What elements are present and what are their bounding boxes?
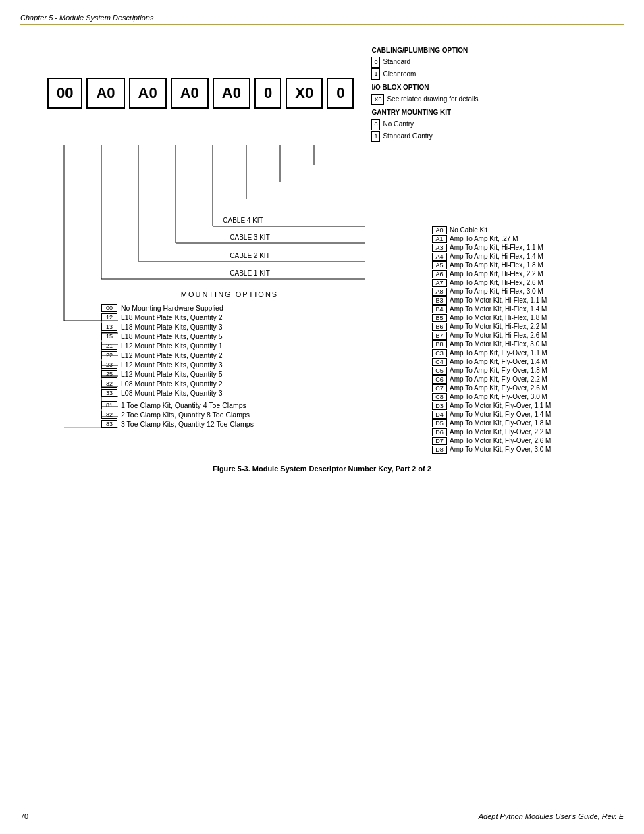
gantry-code-1: 1 — [371, 131, 380, 142]
code-box-7: X0 — [286, 78, 323, 109]
mounting-row-32: 32 L08 Mount Plate Kits, Quantity 2 — [101, 380, 385, 388]
cable-text: Amp To Motor Kit, Hi-Flex, 1.8 M — [450, 314, 547, 321]
cable-text: No Cable Kit — [450, 226, 487, 234]
footer-text: Adept Python Modules User's Guide, Rev. … — [479, 812, 624, 820]
cable-code: C3 — [432, 349, 447, 357]
cable3-label: CABLE 3 KIT — [230, 234, 269, 241]
cabling-title: CABLING/PLUMBING OPTION — [371, 45, 478, 56]
cable-text: Amp To Amp Kit, Hi-Flex, 1.4 M — [450, 253, 543, 260]
cable-code: D8 — [432, 446, 447, 454]
page: Chapter 5 - Module System Descriptions 0… — [0, 0, 644, 834]
cable-kit-row: C3Amp To Amp Kit, Fly-Over, 1.1 M — [432, 349, 551, 357]
code-box-3: A0 — [129, 78, 167, 109]
mounting-row-13: 13 L18 Mount Plate Kits, Quantity 3 — [101, 323, 385, 331]
mounting-row-23: 23 L12 Mount Plate Kits, Quantity 3 — [101, 361, 385, 369]
cable-code: C7 — [432, 384, 447, 392]
io-text-x0: See related drawing for details — [387, 94, 478, 105]
mounting-row-21: 21 L12 Mount Plate Kits, Quantity 1 — [101, 342, 385, 350]
io-code-x0: X0 — [371, 94, 384, 105]
cable1-label: CABLE 1 KIT — [230, 269, 269, 277]
cable-kit-row: A1Amp To Amp Kit, .27 M — [432, 235, 551, 243]
cable-code: C8 — [432, 393, 447, 401]
cable-text: Amp To Motor Kit, Hi-Flex, 2.2 M — [450, 323, 547, 330]
code-box-8: 0 — [327, 78, 354, 109]
cabling-code-1: 1 — [371, 68, 380, 79]
cable-kit-row: A7Amp To Amp Kit, Hi-Flex, 2.6 M — [432, 279, 551, 287]
cable-kit-row: C4Amp To Amp Kit, Fly-Over, 1.4 M — [432, 358, 551, 366]
mounting-row-12: 12 L18 Mount Plate Kits, Quantity 2 — [101, 313, 385, 321]
mounting-title-svg: MOUNTING OPTIONS — [181, 290, 278, 298]
cable-text: Amp To Amp Kit, Hi-Flex, 2.6 M — [450, 279, 543, 286]
cable-code: B6 — [432, 323, 447, 331]
cable-code: B8 — [432, 340, 447, 348]
cable-code: B7 — [432, 332, 447, 340]
cable-kit-row: D4Amp To Motor Kit, Fly-Over, 1.4 M — [432, 411, 551, 419]
cable-kit-row: C8Amp To Amp Kit, Fly-Over, 3.0 M — [432, 393, 551, 401]
cable-text: Amp To Amp Kit, Hi-Flex, 3.0 M — [450, 288, 543, 295]
cable-code: A1 — [432, 235, 447, 243]
cable-kit-row: B7Amp To Motor Kit, Hi-Flex, 2.6 M — [432, 332, 551, 340]
cable-kit-row: D8Amp To Motor Kit, Fly-Over, 3.0 M — [432, 446, 551, 454]
code-box-2: A0 — [86, 78, 124, 109]
cable-kit-row: A0No Cable Kit — [432, 226, 551, 234]
cable-code: B3 — [432, 296, 447, 305]
gantry-code-0: 0 — [371, 119, 380, 130]
cable-code: A6 — [432, 270, 447, 278]
cable-kit-row: B5Amp To Motor Kit, Hi-Flex, 1.8 M — [432, 314, 551, 322]
page-footer: 70 Adept Python Modules User's Guide, Re… — [20, 812, 624, 820]
cable-text: Amp To Motor Kit, Fly-Over, 3.0 M — [450, 446, 551, 453]
cable-text: Amp To Motor Kit, Fly-Over, 1.4 M — [450, 411, 551, 418]
cable-kit-row: B3Amp To Motor Kit, Hi-Flex, 1.1 M — [432, 296, 551, 305]
cable-text: Amp To Motor Kit, Hi-Flex, 1.1 M — [450, 296, 547, 304]
cable-kit-row: B4Amp To Motor Kit, Hi-Flex, 1.4 M — [432, 305, 551, 313]
cable-text: Amp To Motor Kit, Fly-Over, 2.2 M — [450, 428, 551, 436]
io-blox-title: I/O BLOX OPTION — [371, 82, 478, 93]
cable-kit-row: A8Amp To Amp Kit, Hi-Flex, 3.0 M — [432, 288, 551, 296]
mounting-row-82: 82 2 Toe Clamp Kits, Quantity 8 Toe Clam… — [101, 411, 385, 419]
code-boxes: 00 A0 A0 A0 A0 0 X0 0 CABLING/PLUMBING O… — [47, 45, 610, 142]
cabling-text-1: Cleanroom — [383, 69, 416, 80]
cable-code: C4 — [432, 358, 447, 366]
cable-code: A7 — [432, 279, 447, 287]
cable-code: A8 — [432, 288, 447, 296]
cable-code: B4 — [432, 305, 447, 313]
cabling-text-0: Standard — [383, 57, 410, 68]
cable-text: Amp To Motor Kit, Hi-Flex, 3.0 M — [450, 340, 547, 348]
code-box-6: 0 — [254, 78, 281, 109]
figure-caption: Figure 5-3. Module System Descriptor Num… — [34, 465, 610, 473]
cable-kit-row: D5Amp To Motor Kit, Fly-Over, 1.8 M — [432, 419, 551, 427]
mounting-row-22: 22 L12 Mount Plate Kits, Quantity 2 — [101, 351, 385, 359]
cable-text: Amp To Amp Kit, Fly-Over, 1.1 M — [450, 349, 547, 357]
cable-kit-row: C6Amp To Amp Kit, Fly-Over, 2.2 M — [432, 375, 551, 384]
mounting-row-83: 83 3 Toe Clamp Kits, Quantity 12 Toe Cla… — [101, 420, 385, 428]
cable-code: D5 — [432, 419, 447, 427]
cable-text: Amp To Amp Kit, Fly-Over, 2.6 M — [450, 384, 547, 392]
cable-code: C6 — [432, 375, 447, 384]
cable-kit-row: D3Amp To Motor Kit, Fly-Over, 1.1 M — [432, 402, 551, 410]
cable-text: Amp To Motor Kit, Fly-Over, 2.6 M — [450, 437, 551, 444]
cable-kit-row: C5Amp To Amp Kit, Fly-Over, 1.8 M — [432, 367, 551, 375]
cable-kit-row: C7Amp To Amp Kit, Fly-Over, 2.6 M — [432, 384, 551, 392]
cable-kit-row: B6Amp To Motor Kit, Hi-Flex, 2.2 M — [432, 323, 551, 331]
code-box-1: 00 — [47, 78, 82, 109]
cable-text: Amp To Amp Kit, .27 M — [450, 235, 518, 242]
mounting-row-33: 33 L08 Mount Plate Kits, Quantity 3 — [101, 389, 385, 397]
cable-kit-row: A3Amp To Amp Kit, Hi-Flex, 1.1 M — [432, 244, 551, 252]
cable-kit-row: B8Amp To Motor Kit, Hi-Flex, 3.0 M — [432, 340, 551, 348]
cable-text: Amp To Motor Kit, Hi-Flex, 2.6 M — [450, 332, 547, 339]
mounting-row-00: 00 No Mounting Hardware Supplied — [101, 304, 385, 312]
cable-text: Amp To Amp Kit, Fly-Over, 1.4 M — [450, 358, 547, 365]
cable-kit-row: A6Amp To Amp Kit, Hi-Flex, 2.2 M — [432, 270, 551, 278]
cable-text: Amp To Motor Kit, Fly-Over, 1.8 M — [450, 419, 551, 427]
cable4-label: CABLE 4 KIT — [223, 217, 263, 224]
cable-code: D3 — [432, 402, 447, 410]
cable-kit-row: D7Amp To Motor Kit, Fly-Over, 2.6 M — [432, 437, 551, 445]
cable-text: Amp To Motor Kit, Hi-Flex, 1.4 M — [450, 305, 547, 313]
cable-text: Amp To Amp Kit, Fly-Over, 1.8 M — [450, 367, 547, 374]
cable-code: A4 — [432, 253, 447, 261]
cable-code: A3 — [432, 244, 447, 252]
chapter-header: Chapter 5 - Module System Descriptions — [20, 14, 624, 25]
cable-code: B5 — [432, 314, 447, 322]
cable-code: D6 — [432, 428, 447, 436]
cable-kit-row: D6Amp To Motor Kit, Fly-Over, 2.2 M — [432, 428, 551, 436]
